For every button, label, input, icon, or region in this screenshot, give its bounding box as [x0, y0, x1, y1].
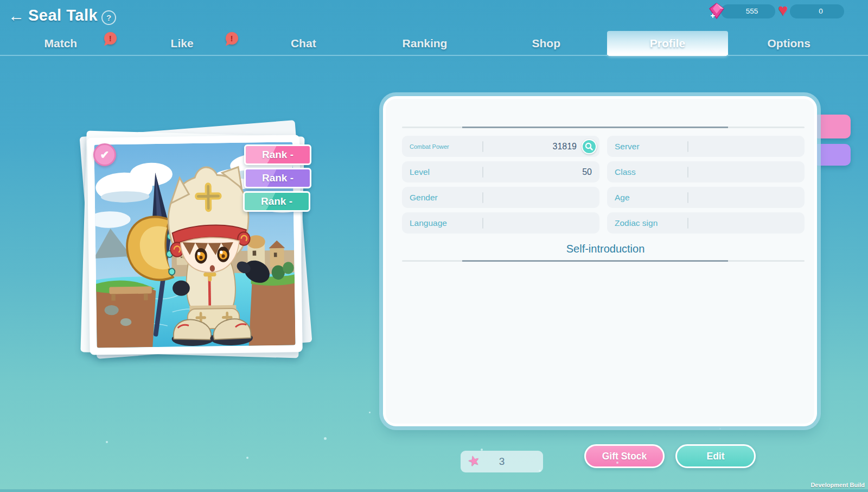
self-introduction-title: Self-introduction: [402, 243, 809, 255]
main-nav: Match ! Like ! Chat Ranking Shop Profile…: [0, 31, 868, 56]
profile-fields: Combat Power 31819 Server Level 50: [402, 136, 805, 234]
pink-gem-icon: [707, 2, 726, 20]
tab-match-label: Match: [44, 31, 78, 56]
field-value: 50: [483, 167, 599, 177]
help-icon[interactable]: ?: [101, 10, 116, 25]
tab-ranking-label: Ranking: [403, 31, 448, 56]
tab-chat[interactable]: Chat: [242, 31, 364, 55]
sparkle-dot: [481, 449, 483, 451]
sparkle-dot: [324, 437, 327, 440]
tab-shop-label: Shop: [532, 31, 560, 56]
tab-profile[interactable]: Profile: [607, 31, 729, 55]
combat-power-search-button[interactable]: [582, 139, 597, 154]
page-title: Seal Talk: [28, 7, 98, 24]
field-level: Level 50: [402, 161, 599, 182]
field-language: Language: [402, 212, 599, 234]
field-combat-power: Combat Power 31819: [402, 136, 599, 157]
sparkle-dot: [246, 457, 248, 459]
self-introduction-text: [402, 262, 809, 419]
heart-count: 0: [790, 4, 844, 18]
panel-top-divider: [402, 127, 805, 128]
gem-currency-counter[interactable]: 555: [721, 4, 775, 18]
tab-options[interactable]: Options: [728, 31, 850, 55]
sparkle-dot: [616, 462, 618, 464]
tab-ranking[interactable]: Ranking: [364, 31, 486, 55]
tab-profile-label: Profile: [650, 31, 685, 56]
sparkle-dot: [539, 470, 541, 472]
field-separator: [687, 167, 688, 178]
tab-options-label: Options: [768, 31, 810, 56]
field-label: Combat Power: [402, 143, 482, 150]
gift-counter: ★ 3: [461, 451, 543, 472]
sparkle-dot: [369, 412, 371, 413]
match-alert-badge: !: [104, 32, 117, 45]
side-tab-purple[interactable]: [813, 144, 851, 166]
field-gender: Gender: [402, 187, 599, 208]
rank-badge-teal: Rank -: [243, 191, 310, 212]
rank-badge-purple: Rank -: [244, 168, 311, 188]
field-label: Level: [402, 167, 482, 177]
rank-badge-pink: Rank -: [244, 144, 311, 165]
profile-panel: Combat Power 31819 Server Level 50: [383, 96, 817, 426]
field-separator: [687, 141, 688, 152]
field-separator: [482, 192, 483, 203]
sparkle-dot: [106, 441, 108, 443]
magnifier-icon: [584, 142, 594, 152]
tab-chat-label: Chat: [291, 31, 316, 56]
back-button[interactable]: ←: [7, 7, 26, 26]
field-label: Age: [607, 193, 687, 203]
like-alert-badge: !: [226, 32, 238, 45]
tab-match[interactable]: Match !: [0, 31, 122, 55]
gem-count: 555: [721, 4, 775, 18]
field-label: Class: [607, 167, 687, 177]
field-label: Zodiac sign: [607, 218, 687, 228]
field-class: Class: [607, 161, 805, 182]
field-label: Gender: [402, 193, 482, 203]
edit-button[interactable]: Edit: [675, 444, 756, 468]
field-label: Server: [607, 142, 687, 152]
development-build-watermark: Development Build: [810, 482, 865, 488]
field-separator: [482, 218, 483, 229]
field-age: Age: [607, 187, 805, 208]
side-tab-pink[interactable]: [813, 115, 851, 138]
tab-like[interactable]: Like !: [122, 31, 243, 55]
field-separator: [687, 192, 688, 203]
heart-currency-counter: ♥ 0: [790, 4, 844, 18]
gift-stock-button[interactable]: Gift Stock: [584, 444, 665, 468]
field-label: Language: [402, 218, 482, 228]
seal-talk-screen: ← Seal Talk ? 555 ♥ 0 Match ! Like ! Cha…: [0, 0, 868, 492]
field-zodiac-sign: Zodiac sign: [607, 212, 805, 234]
tab-like-label: Like: [171, 31, 194, 56]
profile-photo-card: ✔ Rank - Rank - Rank -: [80, 126, 314, 365]
verified-check-badge: ✔: [93, 143, 116, 166]
field-server: Server: [607, 136, 805, 157]
sparkle-dot: [719, 428, 721, 430]
field-separator: [687, 218, 688, 229]
tab-shop[interactable]: Shop: [486, 31, 607, 55]
heart-icon: ♥: [778, 1, 788, 20]
bottom-edge-strip: [0, 489, 868, 492]
